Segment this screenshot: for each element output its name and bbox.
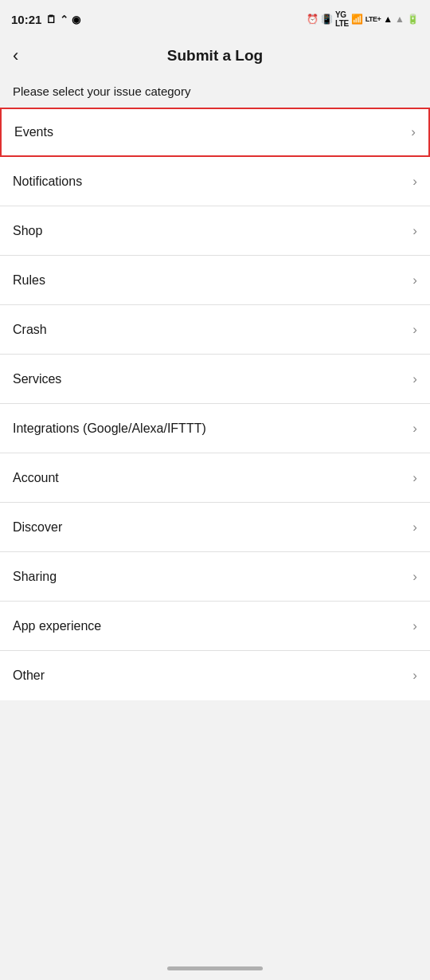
list-item-notifications[interactable]: Notifications› bbox=[0, 157, 430, 206]
list-item-account[interactable]: Account› bbox=[0, 453, 430, 503]
chevron-right-icon-events: › bbox=[411, 124, 416, 140]
list-item-label-rules: Rules bbox=[13, 273, 45, 288]
list-item-shop[interactable]: Shop› bbox=[0, 206, 430, 256]
list-item-label-app-experience: App experience bbox=[13, 619, 101, 633]
header: ‹ Submit a Log bbox=[0, 35, 430, 76]
chevron-right-icon-rules: › bbox=[412, 272, 417, 288]
status-left: 10:21 🗒 ⌃ ◉ bbox=[11, 13, 80, 26]
chevron-right-icon-account: › bbox=[412, 470, 417, 486]
list-item-label-events: Events bbox=[14, 125, 53, 139]
back-button[interactable]: ‹ bbox=[13, 44, 25, 68]
wifi-icon: 📶 bbox=[351, 14, 363, 25]
chevron-right-icon-discover: › bbox=[412, 519, 417, 535]
list-item-events[interactable]: Events› bbox=[0, 108, 430, 157]
chevron-right-icon-notifications: › bbox=[412, 174, 417, 190]
list-item-services[interactable]: Services› bbox=[0, 355, 430, 404]
arrow-up-icon: ⌃ bbox=[60, 14, 68, 25]
list-item-label-shop: Shop bbox=[13, 224, 42, 238]
list-item-sharing[interactable]: Sharing› bbox=[0, 552, 430, 602]
list-item-crash[interactable]: Crash› bbox=[0, 305, 430, 355]
chevron-right-icon-other: › bbox=[412, 668, 417, 684]
chevron-right-icon-integrations: › bbox=[412, 421, 417, 437]
category-list: Events›Notifications›Shop›Rules›Crash›Se… bbox=[0, 108, 430, 700]
chevron-right-icon-sharing: › bbox=[412, 569, 417, 585]
lte-plus-icon: LTE+ bbox=[366, 15, 381, 23]
vibrate-icon: 📳 bbox=[321, 14, 333, 25]
list-item-rules[interactable]: Rules› bbox=[0, 256, 430, 305]
status-bar: 10:21 🗒 ⌃ ◉ ⏰ 📳 YGLTE 📶 LTE+ ▲ ▲ 🔋 bbox=[0, 0, 430, 35]
list-item-label-crash: Crash bbox=[13, 323, 47, 337]
signal-icon-2: ▲ bbox=[395, 14, 405, 25]
chevron-right-icon-app-experience: › bbox=[412, 618, 417, 634]
list-item-label-integrations: Integrations (Google/Alexa/IFTTT) bbox=[13, 421, 206, 436]
list-item-label-account: Account bbox=[13, 471, 59, 485]
list-item-app-experience[interactable]: App experience› bbox=[0, 602, 430, 651]
list-item-label-discover: Discover bbox=[13, 520, 62, 535]
status-icons-right: ⏰ 📳 YGLTE 📶 LTE+ ▲ ▲ 🔋 bbox=[307, 10, 419, 28]
battery-icon: 🔋 bbox=[407, 14, 419, 25]
list-item-label-services: Services bbox=[13, 372, 61, 386]
list-item-label-sharing: Sharing bbox=[13, 570, 57, 584]
list-item-discover[interactable]: Discover› bbox=[0, 503, 430, 552]
list-item-other[interactable]: Other› bbox=[0, 651, 430, 700]
list-item-label-other: Other bbox=[13, 668, 45, 683]
home-indicator bbox=[167, 966, 263, 970]
chevron-right-icon-services: › bbox=[412, 371, 417, 387]
chevron-right-icon-shop: › bbox=[412, 223, 417, 239]
list-item-integrations[interactable]: Integrations (Google/Alexa/IFTTT)› bbox=[0, 404, 430, 453]
lte-icon: YGLTE bbox=[335, 10, 349, 28]
page-title: Submit a Log bbox=[167, 47, 263, 65]
shazam-icon: ◉ bbox=[72, 14, 80, 25]
alarm-icon: ⏰ bbox=[307, 14, 319, 25]
chevron-right-icon-crash: › bbox=[412, 322, 417, 338]
status-time: 10:21 bbox=[11, 13, 41, 26]
signal-icon: ▲ bbox=[383, 14, 393, 25]
subtitle: Please select your issue category bbox=[0, 76, 430, 108]
file-icon: 🗒 bbox=[46, 14, 57, 25]
status-icons-left: 🗒 ⌃ ◉ bbox=[46, 14, 80, 25]
list-item-label-notifications: Notifications bbox=[13, 174, 82, 189]
